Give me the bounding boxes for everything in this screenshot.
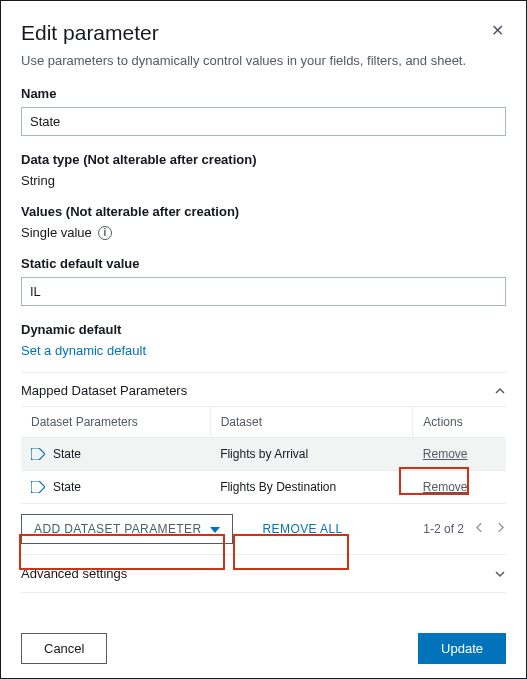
dialog-header: Edit parameter ✕: [21, 21, 506, 53]
table-row[interactable]: State Flights by Arrival Remove: [21, 438, 506, 471]
remove-link[interactable]: Remove: [423, 447, 468, 461]
pager-prev-icon[interactable]: [474, 520, 485, 538]
static-default-label: Static default value: [21, 256, 506, 271]
dataset-name: Flights by Arrival: [210, 438, 413, 471]
static-default-input[interactable]: [21, 277, 506, 306]
mapped-section-title: Mapped Dataset Parameters: [21, 383, 187, 398]
mapped-section-header[interactable]: Mapped Dataset Parameters: [21, 372, 506, 406]
param-name: State: [53, 480, 81, 494]
add-btn-label: ADD DATASET PARAMETER: [34, 522, 202, 536]
remove-link[interactable]: Remove: [423, 480, 468, 494]
pager-next-icon[interactable]: [495, 520, 506, 538]
dynamic-default-label: Dynamic default: [21, 322, 506, 337]
parameter-icon: [31, 448, 45, 460]
chevron-down-icon: [494, 568, 506, 580]
datatype-value: String: [21, 173, 506, 188]
mapped-parameters-table: Dataset Parameters Dataset Actions State…: [21, 406, 506, 504]
parameter-icon: [31, 481, 45, 493]
dialog-title: Edit parameter: [21, 21, 159, 45]
values-value: Single value i: [21, 225, 506, 240]
remove-all-button[interactable]: REMOVE ALL: [253, 515, 353, 543]
dataset-name: Flights By Destination: [210, 471, 413, 504]
col-header-param: Dataset Parameters: [21, 407, 210, 438]
values-label: Values (Not alterable after creation): [21, 204, 506, 219]
table-row[interactable]: State Flights By Destination Remove: [21, 471, 506, 504]
update-button[interactable]: Update: [418, 633, 506, 664]
chevron-up-icon: [494, 385, 506, 397]
set-dynamic-default-link[interactable]: Set a dynamic default: [21, 343, 506, 358]
dialog-footer: Cancel Update: [21, 615, 506, 664]
datatype-text: String: [21, 173, 55, 188]
dialog-subtitle: Use parameters to dynamically control va…: [21, 53, 506, 68]
add-dataset-parameter-button[interactable]: ADD DATASET PARAMETER: [21, 514, 233, 544]
datatype-label: Data type (Not alterable after creation): [21, 152, 506, 167]
pager-text: 1-2 of 2: [423, 522, 464, 536]
advanced-settings-title: Advanced settings: [21, 566, 127, 581]
close-icon[interactable]: ✕: [489, 21, 506, 41]
col-header-dataset: Dataset: [210, 407, 413, 438]
param-name: State: [53, 447, 81, 461]
values-text: Single value: [21, 225, 92, 240]
info-icon[interactable]: i: [98, 226, 112, 240]
table-footer: ADD DATASET PARAMETER REMOVE ALL 1-2 of …: [21, 504, 506, 554]
caret-down-icon: [210, 522, 220, 536]
pager: 1-2 of 2: [423, 520, 506, 538]
advanced-settings-header[interactable]: Advanced settings: [21, 554, 506, 593]
name-input[interactable]: [21, 107, 506, 136]
edit-parameter-dialog: Edit parameter ✕ Use parameters to dynam…: [0, 0, 527, 679]
name-label: Name: [21, 86, 506, 101]
cancel-button[interactable]: Cancel: [21, 633, 107, 664]
col-header-actions: Actions: [413, 407, 506, 438]
